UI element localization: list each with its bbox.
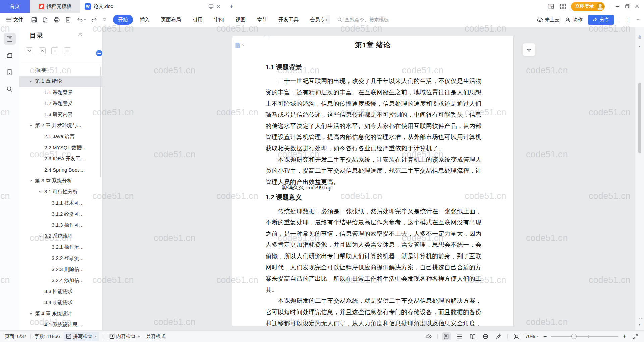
document-page[interactable]: 第1章 绪论1.1 课题背景二十一世纪互联网的出现，改变了几千年以来人们的生活，… bbox=[232, 36, 514, 326]
ribbon-tab-引用[interactable]: 引用 bbox=[187, 15, 208, 25]
collaborate-button[interactable]: 协作 bbox=[565, 17, 583, 23]
command-search[interactable]: 查找命令、搜索模板 bbox=[337, 17, 389, 23]
toc-item[interactable]: 1.3 研究内容 bbox=[19, 109, 102, 120]
export-icon[interactable] bbox=[42, 17, 49, 23]
tab-home[interactable]: 首页 bbox=[0, 0, 30, 13]
fit-page-icon[interactable] bbox=[512, 332, 521, 340]
more-options-icon[interactable]: ⋮ bbox=[625, 17, 631, 23]
ribbon-tab-开发工具[interactable]: 开发工具 bbox=[273, 15, 304, 25]
toc-item[interactable]: 3.1 可行性分析 bbox=[19, 186, 102, 197]
undo-dropdown-icon[interactable] bbox=[84, 19, 86, 21]
toc-item[interactable]: 3.1.3 操作可... bbox=[19, 220, 102, 231]
ribbon-tab-插入[interactable]: 插入 bbox=[135, 15, 155, 25]
scrollbar-thumb[interactable] bbox=[638, 83, 641, 153]
outline-view-icon[interactable] bbox=[455, 332, 464, 340]
toc-collapse-all-button[interactable] bbox=[26, 47, 33, 54]
cloud-status-button[interactable]: 未上云 bbox=[537, 17, 560, 23]
toc-item[interactable]: 3.4 功能需求 bbox=[19, 297, 102, 308]
toc-pane-button[interactable] bbox=[4, 33, 16, 45]
ribbon-tab-审阅[interactable]: 审阅 bbox=[209, 15, 229, 25]
ribbon-tab-开始[interactable]: 开始 bbox=[113, 15, 133, 25]
toc-expand-all-button[interactable] bbox=[39, 47, 46, 54]
ai-assistant-badge[interactable] bbox=[96, 50, 102, 56]
collapse-toolbar-icon[interactable] bbox=[636, 18, 640, 21]
ribbon-tabs-overflow-icon[interactable]: › bbox=[324, 15, 330, 24]
toc-item[interactable]: 3.2 系统流程 bbox=[19, 231, 102, 242]
scroll-up-icon[interactable]: ▲ bbox=[638, 45, 641, 48]
find-pane-button[interactable] bbox=[4, 83, 16, 95]
tab-document[interactable]: W 论文.doc bbox=[80, 0, 225, 13]
document-content[interactable]: 第1章 绪论1.1 课题背景二十一世纪互联网的出现，改变了几千年以来人们的生活，… bbox=[266, 40, 480, 330]
fullscreen-icon[interactable] bbox=[631, 332, 639, 340]
ribbon-tab-视图[interactable]: 视图 bbox=[230, 15, 251, 25]
page-settings-button[interactable] bbox=[235, 42, 245, 49]
toc-scrollbar[interactable] bbox=[100, 67, 101, 177]
toc-item[interactable]: 3.2.2 登录流... bbox=[19, 253, 102, 264]
toc-item[interactable]: 3.1.1 技术可... bbox=[19, 197, 102, 209]
new-tab-button[interactable]: + bbox=[225, 0, 238, 13]
print-preview-icon[interactable] bbox=[65, 17, 71, 23]
ribbon-tab-章节[interactable]: 章节 bbox=[252, 15, 272, 25]
customize-toolbar-icon[interactable] bbox=[103, 18, 106, 21]
web-layout-icon[interactable] bbox=[481, 332, 490, 340]
toc-item[interactable]: 第 4 章 系统设计 bbox=[19, 308, 102, 319]
task-pane-button[interactable] bbox=[4, 49, 16, 61]
ribbon-tab-页面布局[interactable]: 页面布局 bbox=[156, 15, 186, 25]
toc-item[interactable]: 2.1 Java 语言 bbox=[19, 131, 102, 142]
bookmark-pane-button[interactable] bbox=[4, 66, 16, 78]
monitor-icon[interactable] bbox=[208, 4, 214, 9]
file-menu-button[interactable]: 文件 bbox=[4, 17, 25, 23]
toc-item[interactable]: 第 2 章 开发环境与... bbox=[19, 120, 102, 131]
zoom-in-button[interactable]: + bbox=[623, 334, 626, 339]
toc-item[interactable]: 1.2 课题意义 bbox=[19, 98, 102, 109]
toc-item[interactable]: 摘 要 bbox=[19, 65, 102, 76]
minimize-icon[interactable] bbox=[615, 4, 620, 9]
scroll-down-icon[interactable]: ▼ bbox=[638, 323, 641, 326]
toc-item[interactable]: 2.3 IDEA 开发工... bbox=[19, 153, 102, 164]
toc-item[interactable]: 3.2.4 添加信... bbox=[19, 275, 102, 286]
toc-zoom-out-button[interactable] bbox=[64, 47, 71, 54]
print-icon[interactable] bbox=[54, 17, 60, 23]
scroll-navigation-icon[interactable] bbox=[638, 35, 642, 39]
tab-close-icon[interactable] bbox=[216, 4, 221, 9]
zoom-level-button[interactable]: 70% bbox=[525, 334, 539, 339]
content-check-button[interactable]: 内容检查 bbox=[107, 332, 143, 341]
toc-item[interactable]: 3.2.1 操作流... bbox=[19, 242, 102, 253]
tab-docer-templates[interactable]: 找稻壳模板 bbox=[30, 0, 80, 13]
eye-protect-icon[interactable] bbox=[424, 332, 433, 340]
read-mode-icon[interactable] bbox=[468, 332, 477, 340]
chevron-down-icon[interactable] bbox=[29, 179, 33, 183]
chevron-down-icon[interactable] bbox=[29, 79, 33, 83]
chevron-down-icon[interactable] bbox=[29, 124, 33, 127]
toc-item[interactable]: 4.1 系统设计思... bbox=[19, 319, 102, 330]
toc-panel-close-icon[interactable] bbox=[78, 32, 83, 37]
toc-item[interactable]: 2.2 MYSQL 数据... bbox=[19, 142, 102, 153]
close-icon[interactable] bbox=[635, 4, 639, 9]
login-button[interactable]: 立即登录 bbox=[571, 2, 605, 11]
chevron-down-icon[interactable] bbox=[29, 312, 33, 316]
toc-item[interactable]: 第 1 章 绪论 bbox=[19, 76, 102, 87]
apps-grid-icon[interactable] bbox=[560, 4, 566, 9]
toc-item[interactable]: 3.2.3 删除信... bbox=[19, 264, 102, 275]
zoom-slider[interactable] bbox=[551, 334, 618, 339]
toc-item[interactable]: 第 3 章 系统分析 bbox=[19, 175, 102, 186]
restore-icon[interactable] bbox=[625, 4, 630, 9]
chevron-down-icon[interactable] bbox=[38, 234, 42, 238]
share-button[interactable]: 分享 bbox=[588, 15, 614, 25]
undo-button[interactable] bbox=[76, 17, 86, 23]
spell-check-button[interactable]: 拼写检查 bbox=[64, 332, 99, 341]
ribbon-tab-会员专[interactable]: 会员专 bbox=[305, 15, 324, 25]
hide-toolbar-float-button[interactable] bbox=[522, 43, 536, 56]
save-icon[interactable] bbox=[31, 17, 37, 23]
redo-button[interactable] bbox=[91, 17, 98, 23]
toc-item[interactable]: 2.4 Spring Boot ... bbox=[19, 164, 102, 175]
toc-item[interactable]: 3.3 性能需求 bbox=[19, 286, 102, 297]
ink-pen-icon[interactable] bbox=[494, 332, 503, 340]
zoom-slider-thumb[interactable] bbox=[571, 334, 577, 339]
zoom-out-button[interactable]: − bbox=[543, 334, 547, 339]
toc-item[interactable]: 3.1.2 经济可... bbox=[19, 209, 102, 220]
page-down-icon[interactable]: ⌄⌄ bbox=[638, 316, 643, 320]
switch-window-icon[interactable]: 1 bbox=[548, 4, 555, 9]
chevron-down-icon[interactable] bbox=[38, 190, 42, 194]
toc-item[interactable]: 1.1 课题背景 bbox=[19, 87, 102, 98]
